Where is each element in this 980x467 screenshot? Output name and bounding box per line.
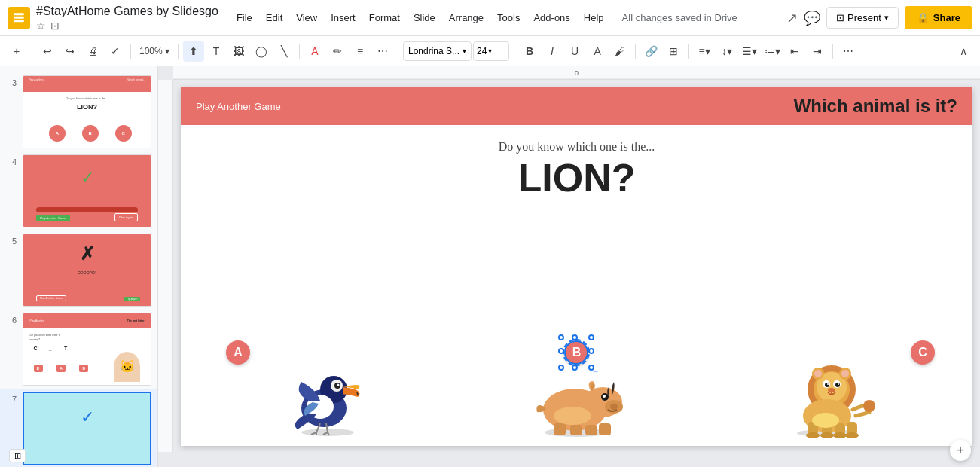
svg-text:0: 0: [575, 69, 579, 77]
svg-rect-1: [14, 16, 24, 18]
divider-8: [688, 44, 689, 59]
redo-button[interactable]: ↪: [60, 41, 81, 62]
spellcheck-button[interactable]: ✓: [105, 41, 126, 62]
slide-thumb-4[interactable]: ✓ Play Another Game Play Again: [23, 154, 151, 227]
text-tool[interactable]: T: [206, 41, 227, 62]
underline-button[interactable]: U: [564, 41, 585, 62]
collapse-button[interactable]: ∧: [953, 41, 974, 62]
svg-rect-2: [14, 20, 24, 22]
print-button[interactable]: 🖨: [82, 41, 103, 62]
ruler-horizontal: 0: [173, 66, 980, 80]
cursor-tool[interactable]: ⬆: [183, 41, 204, 62]
svg-point-42: [827, 383, 829, 385]
animal-label-c[interactable]: C: [911, 340, 935, 365]
font-color-button[interactable]: A: [587, 41, 608, 62]
svg-point-24: [603, 395, 606, 398]
shape-tool[interactable]: ◯: [251, 41, 272, 62]
lion-illustration: [773, 348, 878, 438]
share-button[interactable]: 🔒 Share: [905, 6, 972, 29]
slide-item-3[interactable]: 3 Play Another... Which animal... Do you…: [0, 72, 157, 151]
divider-1: [32, 44, 32, 59]
menu-format[interactable]: Format: [363, 9, 406, 26]
border-dash[interactable]: ⋯: [372, 41, 393, 62]
share-label: Share: [933, 12, 960, 23]
comment-icon[interactable]: 💬: [804, 10, 820, 26]
slide-canvas[interactable]: Play Another Game Which animal is it? Do…: [181, 87, 972, 446]
line-spacing-button[interactable]: ↕▾: [716, 41, 737, 62]
animal-label-b[interactable]: B: [564, 340, 588, 365]
slide-item-5[interactable]: 5 ✗ OOOOPS!! Play Another Game Try Again: [0, 230, 157, 310]
insert-special[interactable]: ⊞: [663, 41, 684, 62]
font-size-selector[interactable]: 24 ▾: [473, 41, 509, 61]
menu-help[interactable]: Help: [578, 9, 610, 26]
slide-body: Do you know which one is the... LION? A: [181, 125, 972, 446]
slide-thumb-6[interactable]: Play Another The last letter Do you know…: [23, 313, 151, 386]
menu-slide[interactable]: Slide: [408, 9, 441, 26]
menu-tools[interactable]: Tools: [491, 9, 526, 26]
zoom-button[interactable]: 100% ▾: [136, 41, 173, 62]
animal-a-container: A: [203, 348, 452, 438]
border-color[interactable]: ✏: [327, 41, 348, 62]
which-animal-text: Which animal is it?: [794, 96, 957, 117]
link-button[interactable]: 🔗: [640, 41, 661, 62]
slide-item-4[interactable]: 4 ✓ Play Another Game Play Again: [0, 151, 157, 230]
panel-bottom: ⊞ ≡: [0, 444, 158, 467]
slide-item-6[interactable]: 6 Play Another The last letter Do you kn…: [0, 310, 157, 389]
border-weight[interactable]: ≡: [350, 41, 371, 62]
divider-9: [832, 44, 833, 59]
toolbar: + ↩ ↪ 🖨 ✓ 100% ▾ ⬆ T 🖼 ◯ ╲ A ✏ ≡ ⋯ Londr…: [0, 36, 980, 66]
grid-view-button[interactable]: ⊞: [9, 449, 26, 462]
divider-4: [299, 44, 300, 59]
slide-thumb-5[interactable]: ✗ OOOOPS!! Play Another Game Try Again: [23, 233, 151, 307]
doc-title[interactable]: #StayAtHome Games by Slidesgo: [36, 5, 218, 18]
svg-point-29: [554, 407, 591, 425]
animal-label-a[interactable]: A: [226, 340, 250, 365]
svg-point-43: [838, 383, 839, 385]
svg-rect-26: [570, 425, 582, 435]
animals-row: A: [181, 208, 972, 446]
divider-3: [178, 44, 179, 59]
font-selector[interactable]: Londrina S... ▾: [403, 41, 472, 61]
trending-icon: ↗: [786, 10, 798, 26]
present-chevron[interactable]: ▾: [884, 13, 889, 23]
menu-arrange[interactable]: Arrange: [443, 9, 490, 26]
slide-main-title: LION?: [181, 157, 972, 200]
indent-more-button[interactable]: ⇥: [807, 41, 828, 62]
highlight-button[interactable]: 🖌: [609, 41, 630, 62]
bullet-list-button[interactable]: ☰▾: [739, 41, 760, 62]
menu-insert[interactable]: Insert: [325, 9, 362, 26]
num-list-button[interactable]: ≔▾: [762, 41, 783, 62]
present-label: Present: [847, 12, 881, 23]
menu-file[interactable]: File: [230, 9, 258, 26]
menu-edit[interactable]: Edit: [260, 9, 289, 26]
menu-addons[interactable]: Add-ons: [527, 9, 575, 26]
app-icon: [8, 7, 30, 29]
divider-7: [635, 44, 636, 59]
fill-color[interactable]: A: [304, 41, 325, 62]
bold-button[interactable]: B: [519, 41, 540, 62]
insert-button[interactable]: +: [6, 41, 27, 62]
svg-rect-28: [599, 423, 611, 435]
font-chevron: ▾: [463, 47, 466, 55]
top-bar: #StayAtHome Games by Slidesgo ☆ ⊡ File E…: [0, 0, 980, 36]
more-button[interactable]: ⋯: [838, 41, 859, 62]
zoom-add-button[interactable]: +: [950, 440, 971, 461]
star-icon[interactable]: ☆: [36, 20, 46, 32]
image-tool[interactable]: 🖼: [228, 41, 249, 62]
svg-point-44: [828, 388, 835, 392]
menu-view[interactable]: View: [290, 9, 323, 26]
svg-point-53: [833, 432, 847, 438]
indent-less-button[interactable]: ⇤: [784, 41, 805, 62]
divider-6: [514, 44, 514, 59]
italic-button[interactable]: I: [542, 41, 563, 62]
line-tool[interactable]: ╲: [273, 41, 295, 62]
present-button[interactable]: ⊡ Present ▾: [826, 7, 899, 29]
handle-mr: [588, 348, 594, 354]
folder-icon[interactable]: ⊡: [50, 20, 60, 32]
slide-thumb-3[interactable]: Play Another... Which animal... Do you k…: [23, 75, 151, 148]
slide-header-bar: Play Another Game Which animal is it?: [181, 87, 972, 125]
align-button[interactable]: ≡▾: [694, 41, 715, 62]
resize-cursor: ↔: [591, 367, 599, 375]
undo-button[interactable]: ↩: [37, 41, 58, 62]
svg-point-51: [806, 432, 820, 438]
